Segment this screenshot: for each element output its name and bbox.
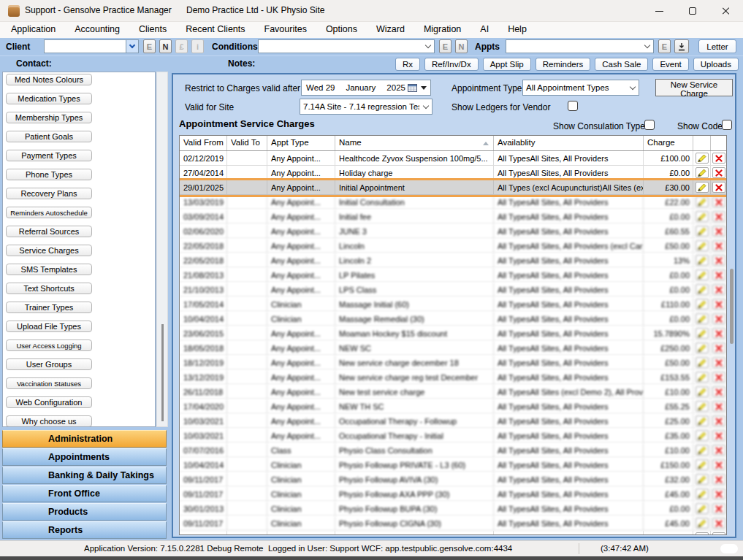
edit-charge-button[interactable]: [696, 284, 709, 295]
appts-download-button[interactable]: [674, 39, 689, 53]
delete-charge-button[interactable]: [712, 357, 725, 368]
delete-charge-button[interactable]: [712, 211, 725, 222]
delete-charge-button[interactable]: [712, 488, 725, 499]
menu-item-wizard[interactable]: Wizard: [367, 22, 414, 36]
table-row[interactable]: 17/05/2014ClinicianMassage Initial (60)A…: [180, 297, 726, 312]
edit-charge-button[interactable]: [696, 386, 709, 397]
accordion-front-office[interactable]: Front Office: [2, 485, 167, 502]
table-row[interactable]: 18/12/2019Any Appoint...New service char…: [180, 356, 726, 370]
table-row[interactable]: 30/01/2013ClinicianPhysio Followup BUPA …: [180, 502, 726, 516]
edit-charge-button[interactable]: [696, 182, 709, 193]
edit-charge-button[interactable]: [696, 313, 709, 324]
reminders-button[interactable]: Reminders: [536, 58, 591, 71]
column-header-valid_from[interactable]: Valid From: [180, 136, 227, 150]
table-row[interactable]: [180, 531, 726, 535]
menu-item-accounting[interactable]: Accounting: [65, 22, 129, 36]
edit-charge-button[interactable]: [696, 488, 709, 499]
delete-charge-button[interactable]: [712, 196, 725, 207]
delete-charge-button[interactable]: [712, 518, 725, 529]
sidebar-button-phone-types[interactable]: Phone Types: [6, 169, 92, 180]
sidebar-button-medication-types[interactable]: Medication Types: [6, 93, 92, 104]
menu-item-application[interactable]: Application: [1, 22, 65, 36]
event-button[interactable]: Event: [652, 58, 688, 71]
sidebar-button-trainer-types[interactable]: Trainer Types: [6, 302, 92, 313]
table-row[interactable]: 27/04/2014Any Appoint...Holiday chargeAl…: [180, 166, 726, 180]
delete-charge-button[interactable]: [712, 401, 725, 412]
edit-charge-button[interactable]: [696, 167, 709, 178]
edit-charge-button[interactable]: [696, 342, 709, 353]
sidebar-button-referral-sources[interactable]: Referral Sources: [6, 226, 92, 237]
rx-button[interactable]: Rx: [395, 58, 420, 71]
sidebar-scrollbar-thumb[interactable]: [161, 324, 164, 421]
maximize-button[interactable]: [676, 0, 709, 22]
edit-charge-button[interactable]: [696, 415, 709, 426]
edit-charge-button[interactable]: [696, 401, 709, 412]
date-month-part[interactable]: January: [346, 83, 376, 92]
table-row[interactable]: 29/01/2025Any Appoint...Initial Appointm…: [180, 180, 726, 195]
sidebar-button-reminders-autoschedule[interactable]: Reminders Autoschedule: [6, 207, 92, 218]
client-e-button[interactable]: E: [143, 39, 156, 53]
delete-charge-button[interactable]: [712, 372, 725, 383]
appts-dropdown-button[interactable]: [641, 40, 653, 53]
show-ledgers-checkbox[interactable]: [568, 101, 578, 111]
sidebar-button-upload-file-types[interactable]: Upload File Types: [6, 321, 92, 332]
table-header[interactable]: Valid FromValid ToAppt TypeNameAvailabli…: [180, 136, 726, 151]
menu-item-recent-clients[interactable]: Recent Clients: [176, 22, 254, 36]
ref-inv-dx-button[interactable]: Ref/Inv/Dx: [424, 58, 479, 71]
delete-charge-button[interactable]: [712, 474, 725, 485]
table-row[interactable]: 10/04/2014ClinicianMassage Remedial (30)…: [180, 312, 726, 326]
letter-button[interactable]: Letter: [698, 39, 736, 53]
minimize-button[interactable]: [642, 0, 676, 22]
sidebar-button-patient-goals[interactable]: Patient Goals: [6, 131, 92, 142]
table-row[interactable]: 10/03/2021Any Appoint...Occupational The…: [180, 414, 726, 429]
table-row[interactable]: 13/12/2019Any Appoint...New service char…: [180, 370, 726, 385]
edit-charge-button[interactable]: [696, 269, 709, 280]
sidebar-button-med-notes-colours[interactable]: Med Notes Colours: [6, 74, 92, 85]
sidebar-button-web-configuration[interactable]: Web Configuration: [6, 396, 92, 408]
accordion-banking-daily-takings[interactable]: Banking & Daily Takings: [2, 467, 167, 484]
column-header-charge[interactable]: Charge: [644, 136, 693, 150]
column-header-valid_to[interactable]: Valid To: [227, 136, 267, 150]
edit-charge-button[interactable]: [696, 372, 709, 383]
delete-charge-button[interactable]: [712, 445, 725, 456]
edit-charge-button[interactable]: [696, 153, 709, 164]
table-row[interactable]: 22/05/2018Any Appoint...Lincoln 2All Typ…: [180, 253, 726, 268]
sidebar-button-text-shortcuts[interactable]: Text Shortcuts: [6, 283, 92, 294]
site-dropdown-button[interactable]: [419, 99, 432, 114]
menu-item-ai[interactable]: AI: [470, 22, 498, 36]
delete-charge-button[interactable]: [712, 240, 725, 251]
delete-charge-button[interactable]: [712, 153, 725, 164]
edit-charge-button[interactable]: [696, 430, 709, 441]
table-row[interactable]: 17/04/2020Any Appoint...NEW TH SCAll Typ…: [180, 399, 726, 414]
sidebar-button-user-groups[interactable]: User Groups: [6, 358, 92, 370]
delete-charge-button[interactable]: [712, 167, 725, 178]
delete-charge-button[interactable]: [712, 328, 725, 339]
sidebar-button-payment-types[interactable]: Payment Types: [6, 150, 92, 161]
menu-item-migration[interactable]: Migration: [414, 22, 470, 36]
client-dropdown-button[interactable]: [126, 40, 138, 53]
accordion-products[interactable]: Products: [2, 503, 167, 521]
table-row[interactable]: 26/11/2018Any Appoint...New test service…: [180, 385, 726, 399]
column-header-delete[interactable]: [711, 136, 727, 150]
appts-combobox[interactable]: [506, 39, 654, 53]
accordion-reports[interactable]: Reports: [2, 521, 167, 539]
delete-charge-button[interactable]: [712, 269, 725, 280]
delete-charge-button[interactable]: [712, 532, 725, 535]
table-row[interactable]: 02/12/2019Any Appoint...Healthcode Zyvox…: [180, 151, 726, 166]
edit-charge-button[interactable]: [696, 255, 709, 266]
table-row[interactable]: 09/11/2017ClinicianPhysio Followup CIGNA…: [180, 516, 726, 531]
date-day-part[interactable]: Wed 29: [306, 83, 335, 92]
accordion-appointments[interactable]: Appointments: [2, 448, 167, 466]
edit-charge-button[interactable]: [696, 211, 709, 222]
conditions-n-button[interactable]: N: [455, 39, 468, 53]
new-service-charge-button[interactable]: New Service Charge: [655, 79, 733, 96]
delete-charge-button[interactable]: [712, 342, 725, 353]
column-header-edit[interactable]: [693, 136, 711, 150]
table-row[interactable]: 18/05/2018Any Appoint...NEW SCAll TypesA…: [180, 341, 726, 356]
appointment-type-combobox[interactable]: All Appointment Types: [522, 80, 639, 96]
client-n-button[interactable]: N: [159, 39, 172, 53]
close-button[interactable]: [709, 0, 743, 22]
delete-charge-button[interactable]: [712, 503, 725, 514]
edit-charge-button[interactable]: [696, 445, 709, 456]
sidebar-button-vaccination-statuses[interactable]: Vaccination Statuses: [6, 377, 92, 389]
